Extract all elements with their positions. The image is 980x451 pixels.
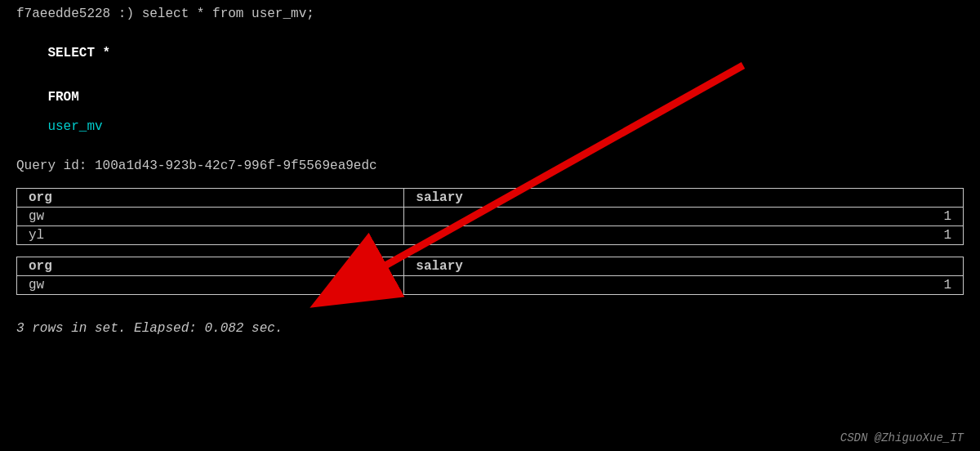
table-row: gw 1 xyxy=(17,276,964,295)
cell-org: gw xyxy=(17,276,404,295)
watermark: CSDN @ZhiguoXue_IT xyxy=(840,431,964,444)
col-header-salary-2: salary xyxy=(404,257,964,276)
footer-status: 3 rows in set. Elapsed: 0.082 sec. xyxy=(16,321,964,336)
cell-org: yl xyxy=(17,226,404,245)
sql-table-name: user_mv xyxy=(47,119,102,134)
result-table-2: org salary gw 1 xyxy=(16,257,964,295)
query-id: Query id: 100a1d43-923b-42c7-996f-9f5569… xyxy=(16,159,964,173)
terminal-window: f7aeedde5228 :) select * from user_mv; S… xyxy=(0,0,980,342)
tables-container: org salary gw 1 yl 1 org salary xyxy=(16,188,964,306)
cell-salary: 1 xyxy=(404,208,964,226)
sql-select-keyword: SELECT * xyxy=(47,46,110,60)
cell-salary: 1 xyxy=(404,276,964,295)
col-header-org-2: org xyxy=(17,257,404,276)
sql-from-keyword: FROM xyxy=(47,90,78,105)
prompt-line: f7aeedde5228 :) select * from user_mv; xyxy=(16,7,964,21)
col-header-salary-1: salary xyxy=(404,189,964,208)
table-row: gw 1 xyxy=(17,208,964,226)
result-table-1: org salary gw 1 yl 1 xyxy=(16,188,964,245)
cell-salary: 1 xyxy=(404,226,964,245)
cell-org: gw xyxy=(17,208,404,226)
sql-block: SELECT * FROM user_mv xyxy=(16,31,964,149)
col-header-org-1: org xyxy=(17,189,404,208)
table-row: yl 1 xyxy=(17,226,964,245)
